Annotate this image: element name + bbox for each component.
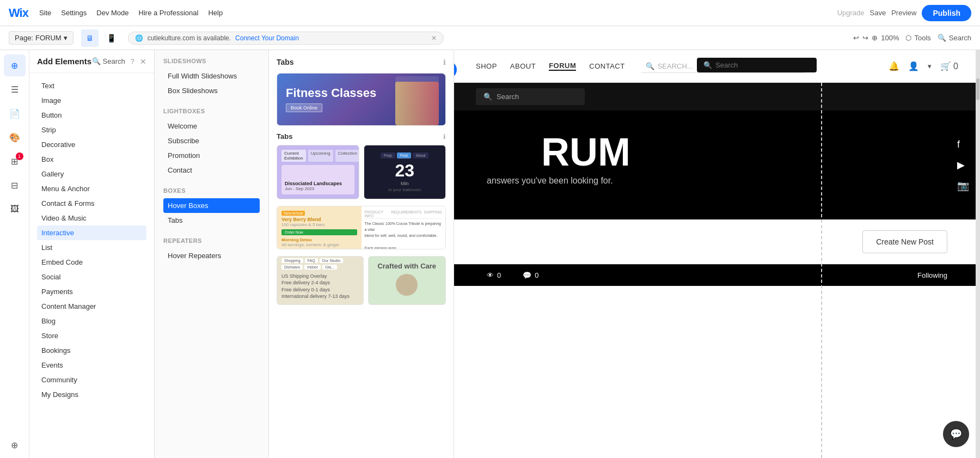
dropdown-chevron-icon[interactable]: ▾	[928, 62, 932, 70]
chat-bubble-button[interactable]: 💬	[943, 421, 969, 447]
nav-hire[interactable]: Hire a Professional	[139, 9, 199, 17]
desktop-icon[interactable]: 🖥	[81, 29, 99, 47]
facebook-icon[interactable]: f	[957, 139, 969, 150]
canvas-right-search[interactable]: 🔍	[697, 58, 817, 72]
info-icon[interactable]: ℹ	[443, 58, 446, 66]
scrollbar-thumb[interactable]	[976, 78, 979, 100]
sidebar-add-elements[interactable]: ⊕	[4, 54, 26, 76]
scrollbar[interactable]	[976, 50, 980, 458]
forum-search-input[interactable]: 🔍 Search	[476, 88, 585, 105]
site-nav-contact[interactable]: CONTACT	[589, 62, 624, 70]
secondbar: Page: FORUM ▾ 🖥 📱 🌐 cutiekulture.com is …	[0, 26, 980, 50]
nav-help[interactable]: Help	[208, 9, 223, 17]
element-payments[interactable]: Payments	[37, 284, 146, 299]
elements-list: Text Image Button Strip Decorative Box G…	[29, 73, 154, 458]
element-gallery[interactable]: Gallery	[37, 167, 146, 181]
post-stats: 👁 0 💬 0 Following	[454, 264, 980, 286]
category-full-width-slideshows[interactable]: Full Width Slideshows	[163, 69, 260, 83]
notification-icon[interactable]: 🔔	[889, 61, 899, 71]
save-button[interactable]: Save	[870, 9, 886, 17]
element-list[interactable]: List	[37, 240, 146, 255]
category-box-slideshows[interactable]: Box Slideshows	[163, 83, 260, 98]
site-nav-shop[interactable]: SHOP	[476, 62, 497, 70]
template-fitness-card[interactable]: Fitness Classes Book Online	[277, 73, 446, 126]
panel-search-button[interactable]: 🔍 Search	[92, 57, 125, 65]
template-product-card[interactable]: New Arrival Very Berry Blend 100 capsule…	[277, 206, 446, 249]
preview-button[interactable]: Preview	[891, 9, 916, 17]
product-right-panel: PRODUCT INFOREQUIREMENTSSHIPPING The Cla…	[362, 206, 446, 249]
templates-title: Tabs	[277, 58, 294, 66]
avatar-icon[interactable]: 👤	[908, 61, 919, 71]
element-button[interactable]: Button	[37, 108, 146, 123]
redo-icon[interactable]: ↪	[862, 34, 868, 42]
element-decorative[interactable]: Decorative	[37, 137, 146, 152]
nav-settings[interactable]: Settings	[61, 9, 87, 17]
element-strip[interactable]: Strip	[37, 123, 146, 137]
sidebar-apps[interactable]: ⊞ 1	[4, 150, 26, 172]
create-new-post-button[interactable]: Create New Post	[862, 230, 947, 253]
upgrade-button[interactable]: Upgrade	[837, 9, 865, 17]
template-crafted-card[interactable]: Shopping FAQ Our Studio Dishware Indoor …	[277, 256, 364, 305]
sidebar-pages[interactable]: ☰	[4, 78, 26, 100]
youtube-icon[interactable]: ▶	[957, 159, 969, 171]
cart-icon[interactable]: 🛒 0	[940, 61, 958, 71]
mobile-icon[interactable]: 📱	[103, 29, 120, 47]
tabs-info-icon[interactable]: ℹ	[443, 133, 446, 141]
template-crafted-image[interactable]: Crafted with Care	[368, 256, 446, 305]
undo-icon[interactable]: ↩	[853, 34, 859, 42]
sidebar-widgets[interactable]: ⊟	[4, 174, 26, 196]
element-interactive[interactable]: Interactive	[37, 225, 146, 240]
category-promotion[interactable]: Promotion	[163, 148, 260, 163]
connect-domain-link[interactable]: Connect Your Domain	[235, 34, 299, 42]
category-contact[interactable]: Contact	[163, 163, 260, 178]
site-nav-forum[interactable]: FORUM	[549, 62, 576, 71]
category-welcome[interactable]: Welcome	[163, 119, 260, 133]
publish-button[interactable]: Publish	[922, 5, 971, 21]
panel-help-icon[interactable]: ?	[131, 57, 134, 65]
apps-badge: 1	[16, 152, 23, 160]
sidebar-media[interactable]: 🖼	[4, 198, 26, 220]
category-hover-boxes[interactable]: Hover Boxes	[163, 198, 260, 213]
element-store[interactable]: Store	[37, 328, 146, 343]
element-text[interactable]: Text	[37, 78, 146, 93]
following-badge[interactable]: Following	[917, 271, 947, 279]
element-my-designs[interactable]: My Designs	[37, 387, 146, 402]
sidebar-layers[interactable]: ⊕	[4, 436, 26, 458]
tools-button[interactable]: ⬡ Tools	[905, 34, 930, 42]
tab-art-subtitle: Jun - Sep 2023	[285, 186, 342, 191]
instagram-icon[interactable]: 📷	[957, 180, 969, 192]
category-subscribe[interactable]: Subscribe	[163, 133, 260, 148]
element-community[interactable]: Community	[37, 372, 146, 387]
element-embed-code[interactable]: Embed Code	[37, 255, 146, 270]
element-video-music[interactable]: Video & Music	[37, 211, 146, 225]
search-button[interactable]: 🔍 Search	[938, 34, 971, 42]
element-menu-anchor[interactable]: Menu & Anchor	[37, 181, 146, 196]
template-tab-art[interactable]: Current Exhibition Upcoming Collection P…	[277, 145, 359, 199]
element-bookings[interactable]: Bookings	[37, 343, 146, 358]
nav-dev-mode[interactable]: Dev Mode	[96, 9, 128, 17]
element-contact-forms[interactable]: Contact & Forms	[37, 196, 146, 211]
panel-close-icon[interactable]: ✕	[140, 57, 146, 66]
domain-close-icon[interactable]: ✕	[431, 34, 437, 42]
lightboxes-title: LIGHTBOXES	[163, 108, 260, 114]
plus-circle-icon: ⊕	[11, 60, 18, 71]
site-nav: SHOP ABOUT FORUM CONTACT	[476, 62, 625, 71]
sidebar-content[interactable]: 📄	[4, 102, 26, 124]
category-hover-repeaters[interactable]: Hover Repeaters	[163, 248, 260, 263]
nav-site[interactable]: Site	[39, 9, 51, 17]
element-content-manager[interactable]: Content Manager	[37, 299, 146, 314]
site-nav-about[interactable]: ABOUT	[510, 62, 536, 70]
template-tab-timer[interactable]: Prep Post Mood 23 Min in your bathroom	[364, 145, 446, 199]
sidebar-design[interactable]: 🎨	[4, 126, 26, 148]
wix-logo[interactable]: Wix	[9, 6, 28, 20]
page-selector[interactable]: Page: FORUM ▾	[9, 31, 74, 45]
tabs-section-header: Tabs ℹ	[277, 132, 446, 141]
element-blog[interactable]: Blog	[37, 314, 146, 328]
element-social[interactable]: Social	[37, 270, 146, 284]
canvas-search-input[interactable]	[715, 61, 803, 69]
category-tabs[interactable]: Tabs	[163, 213, 260, 228]
element-image[interactable]: Image	[37, 93, 146, 108]
element-events[interactable]: Events	[37, 358, 146, 372]
tab-timer-label: in your bathroom	[388, 187, 421, 192]
element-box[interactable]: Box	[37, 152, 146, 167]
